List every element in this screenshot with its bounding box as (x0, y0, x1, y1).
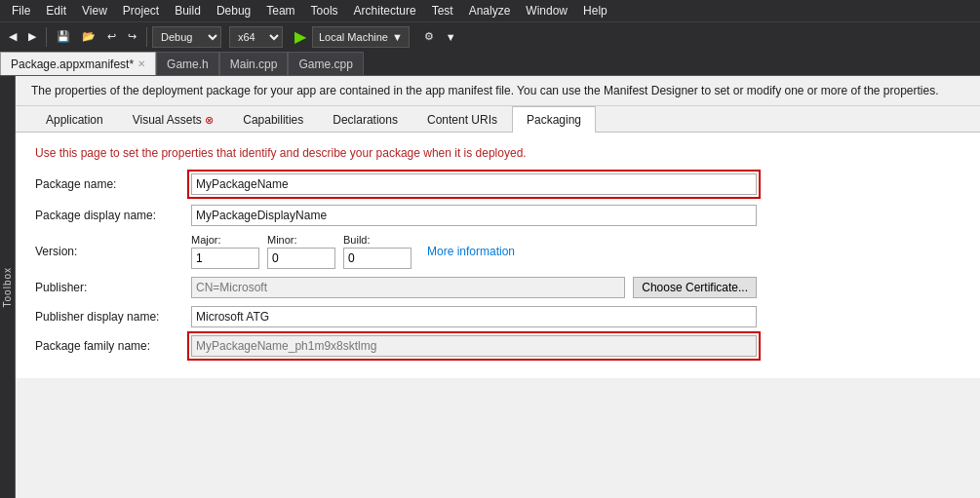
properties-button[interactable]: ⚙ (419, 25, 439, 49)
menu-analyze[interactable]: Analyze (461, 2, 519, 19)
inner-tab-capabilities[interactable]: Capabilities (228, 106, 318, 133)
tab-label-game-cpp: Game.cpp (298, 57, 352, 71)
package-display-name-input[interactable] (191, 205, 757, 226)
version-major-input[interactable] (191, 248, 259, 269)
version-major-label: Major: (191, 234, 259, 246)
package-family-name-row: Package family name: (35, 335, 960, 357)
tab-game-h[interactable]: Game.h (156, 52, 219, 75)
inner-tab-content-uris[interactable]: Content URIs (412, 106, 512, 133)
menu-tools[interactable]: Tools (303, 2, 346, 19)
version-fields: Major: Minor: Build: More information (191, 234, 515, 269)
open-button[interactable]: 📂 (77, 25, 100, 49)
version-build-input[interactable] (343, 248, 412, 269)
menu-view[interactable]: View (74, 2, 115, 19)
publisher-input[interactable] (191, 277, 625, 298)
info-bar: The properties of the deployment package… (16, 76, 980, 106)
toolbar: ◀ ▶ 💾 📂 ↩ ↪ Debug Release x64 x86 ARM ▶ … (0, 21, 980, 51)
publisher-label: Publisher: (35, 281, 191, 294)
package-name-label: Package name: (35, 177, 191, 191)
package-display-name-label: Package display name: (35, 209, 191, 222)
forward-button[interactable]: ▶ (23, 25, 41, 49)
inner-tab-application-label: Application (46, 113, 103, 127)
toolbar-separator-2 (146, 27, 147, 47)
inner-tab-visual-assets[interactable]: Visual Assets ⊗ (118, 106, 229, 133)
local-machine-label: Local Machine (319, 31, 388, 43)
package-name-input[interactable] (191, 173, 757, 195)
info-bar-text: The properties of the deployment package… (31, 84, 939, 97)
close-tab-package[interactable]: ✕ (137, 58, 145, 69)
inner-tab-packaging[interactable]: Packaging (512, 106, 596, 133)
redo-button[interactable]: ↪ (123, 25, 141, 49)
menu-window[interactable]: Window (518, 2, 575, 19)
version-minor-input[interactable] (267, 248, 335, 269)
inner-tab-declarations[interactable]: Declarations (318, 106, 412, 133)
toolbox-label: Toolbox (2, 267, 13, 307)
version-build-col: Build: (343, 234, 412, 269)
version-minor-col: Minor: (267, 234, 335, 269)
local-machine-arrow-icon: ▼ (392, 31, 403, 43)
toolbox-side[interactable]: Toolbox (0, 76, 16, 498)
back-button[interactable]: ◀ (4, 25, 21, 49)
inner-tab-application[interactable]: Application (31, 106, 118, 133)
inner-tab-packaging-label: Packaging (527, 113, 581, 127)
menu-file[interactable]: File (4, 2, 38, 19)
inner-tab-visual-assets-label: Visual Assets (133, 113, 202, 127)
publisher-fields: Choose Certificate... (191, 277, 757, 298)
inner-tabs: Application Visual Assets ⊗ Capabilities… (16, 106, 980, 133)
menu-help[interactable]: Help (575, 2, 615, 19)
menu-edit[interactable]: Edit (38, 2, 74, 19)
inner-tab-content-uris-label: Content URIs (427, 113, 497, 127)
debug-config-dropdown[interactable]: Debug Release (152, 26, 221, 48)
menu-team[interactable]: Team (258, 2, 302, 19)
package-family-name-input (191, 335, 757, 357)
tab-label-package: Package.appxmanifest* (11, 57, 134, 71)
packaging-content: Use this page to set the properties that… (16, 133, 980, 378)
undo-button[interactable]: ↩ (102, 25, 121, 49)
inner-tab-declarations-label: Declarations (333, 113, 398, 127)
menu-build[interactable]: Build (167, 2, 209, 19)
save-button[interactable]: 💾 (52, 25, 75, 49)
version-row: Version: Major: Minor: Build: More infor (35, 234, 960, 269)
tab-label-game-h: Game.h (167, 57, 209, 71)
local-machine-dropdown[interactable]: Local Machine ▼ (312, 26, 410, 48)
menu-project[interactable]: Project (115, 2, 167, 19)
menu-test[interactable]: Test (424, 2, 461, 19)
publisher-display-name-label: Publisher display name: (35, 310, 191, 324)
tabs-row: Package.appxmanifest* ✕ Game.h Main.cpp … (0, 51, 980, 76)
version-minor-label: Minor: (267, 234, 335, 246)
version-label: Version: (35, 245, 191, 258)
package-name-row: Package name: (35, 173, 960, 195)
inner-tab-capabilities-label: Capabilities (243, 113, 303, 127)
run-button[interactable]: ▶ (291, 27, 310, 46)
menu-architecture[interactable]: Architecture (346, 2, 424, 19)
tab-label-main-cpp: Main.cpp (230, 57, 278, 71)
tab-game-cpp[interactable]: Game.cpp (288, 52, 363, 75)
tab-package-appxmanifest[interactable]: Package.appxmanifest* ✕ (0, 52, 156, 75)
menu-bar: File Edit View Project Build Debug Team … (0, 0, 980, 21)
publisher-display-name-input[interactable] (191, 306, 757, 327)
package-family-name-label: Package family name: (35, 339, 191, 353)
tab-main-cpp[interactable]: Main.cpp (219, 52, 289, 75)
menu-debug[interactable]: Debug (209, 2, 258, 19)
toolbar-separator-1 (46, 27, 47, 47)
publisher-row: Publisher: Choose Certificate... (35, 277, 960, 298)
publisher-display-name-row: Publisher display name: (35, 306, 960, 327)
platform-dropdown[interactable]: x64 x86 ARM (229, 26, 283, 48)
version-build-label: Build: (343, 234, 412, 246)
toolbar-extra-button[interactable]: ▼ (441, 25, 461, 49)
choose-certificate-button[interactable]: Choose Certificate... (633, 277, 757, 298)
package-display-name-row: Package display name: (35, 205, 960, 226)
visual-assets-error-icon: ⊗ (205, 114, 214, 126)
more-information-link[interactable]: More information (427, 245, 515, 258)
main-layout: Toolbox The properties of the deployment… (0, 76, 980, 498)
use-page-text: Use this page to set the properties that… (35, 146, 960, 160)
content-area: The properties of the deployment package… (16, 76, 980, 498)
version-major-col: Major: (191, 234, 259, 269)
